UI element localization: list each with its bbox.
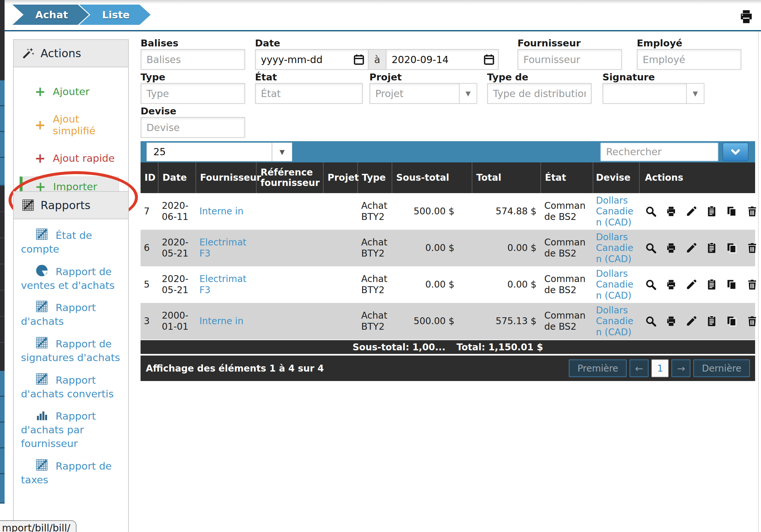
col-header-id[interactable]: ID bbox=[141, 162, 158, 193]
sidebar-item-label: Importer bbox=[53, 181, 97, 192]
employe-label: Employé bbox=[637, 38, 741, 49]
pagination-prev-button[interactable]: ← bbox=[630, 359, 649, 377]
filter-devise: Devise bbox=[141, 106, 245, 138]
col-header-total[interactable]: Total bbox=[472, 162, 541, 193]
cell-actions bbox=[640, 279, 755, 291]
signature-select[interactable]: ▼ bbox=[603, 83, 704, 104]
devise-link[interactable]: Dollars Canadien (CAD) bbox=[596, 268, 633, 301]
status-url-tooltip: mport/bill/bill/ bbox=[0, 520, 77, 532]
date-to-input[interactable] bbox=[386, 49, 499, 70]
cell-etat: Commande BS2 bbox=[541, 237, 593, 259]
balises-input[interactable] bbox=[141, 49, 245, 70]
search-input[interactable] bbox=[600, 142, 719, 161]
edit-icon[interactable] bbox=[685, 279, 697, 291]
date-from-input[interactable] bbox=[255, 49, 369, 70]
breadcrumb-liste[interactable]: Liste bbox=[79, 5, 151, 25]
fournisseur-link[interactable]: Electrimat F3 bbox=[200, 237, 247, 259]
sidebar-item-etat-de-compte[interactable]: État de compte bbox=[21, 228, 122, 256]
pagination-next-button[interactable]: → bbox=[672, 359, 690, 377]
sidebar-item-rapport-achats-fournisseur[interactable]: Rapport d'achats par fournisseur bbox=[21, 408, 122, 451]
print-icon[interactable] bbox=[665, 279, 677, 291]
edit-icon[interactable] bbox=[685, 242, 697, 254]
fournisseur-link[interactable]: Interne in bbox=[200, 206, 244, 217]
print-page-button[interactable] bbox=[738, 9, 756, 26]
summary-total: Total: 1,150.01 $ bbox=[457, 342, 543, 352]
col-header-type[interactable]: Type bbox=[358, 162, 392, 193]
sidebar-item-rapport-achats[interactable]: Rapport d'achats bbox=[21, 300, 122, 328]
pagination-first-button[interactable]: Première bbox=[569, 359, 627, 377]
breadcrumb-achat[interactable]: Achat bbox=[12, 5, 89, 25]
col-header-sous-total[interactable]: Sous-total bbox=[392, 162, 472, 193]
table-info-text: Affichage des éléments 1 à 4 sur 4 bbox=[146, 363, 324, 374]
pagination-last-button[interactable]: Dernière bbox=[693, 359, 750, 377]
search-options-button[interactable] bbox=[723, 142, 749, 161]
filter-employe: Employé bbox=[637, 38, 741, 70]
devise-link[interactable]: Dollars Canadien (CAD) bbox=[596, 232, 633, 264]
filter-projet: Projet Projet ▼ bbox=[369, 72, 477, 104]
edit-icon[interactable] bbox=[685, 315, 697, 327]
col-header-devise[interactable]: Devise bbox=[593, 162, 640, 193]
cell-etat: Commande BS2 bbox=[541, 310, 593, 332]
devise-link[interactable]: Dollars Canadien (CAD) bbox=[596, 305, 633, 338]
filter-form: Balises Date à Fournisseur Employ bbox=[141, 38, 757, 142]
duplicate-icon[interactable] bbox=[726, 205, 738, 217]
pagination-current-page[interactable]: 1 bbox=[652, 359, 669, 377]
projet-select[interactable]: Projet ▼ bbox=[369, 83, 477, 104]
print-icon[interactable] bbox=[665, 205, 677, 217]
sidebar-item-ajouter[interactable]: + Ajouter bbox=[20, 82, 119, 101]
filter-etat: État bbox=[255, 72, 363, 104]
clipboard-icon[interactable] bbox=[706, 205, 718, 217]
sidebar-item-rapport-signatures[interactable]: Rapport de signatures d'achats bbox=[21, 336, 122, 365]
page-size-value: 25 bbox=[147, 146, 272, 157]
duplicate-icon[interactable] bbox=[726, 242, 738, 254]
fournisseur-link[interactable]: Interne in bbox=[200, 316, 244, 327]
print-icon[interactable] bbox=[665, 315, 677, 327]
delete-icon[interactable] bbox=[746, 205, 758, 217]
date-label: Date bbox=[255, 38, 500, 49]
edit-icon[interactable] bbox=[685, 205, 697, 217]
header-divider bbox=[5, 30, 761, 31]
clipboard-icon[interactable] bbox=[706, 279, 718, 291]
sidebar-item-rapport-taxes[interactable]: Rapport de taxes bbox=[21, 458, 122, 487]
cell-date: 2020-06-11 bbox=[158, 200, 196, 222]
table-summary-bar: Sous-total: 1,00... Total: 1,150.01 $ bbox=[141, 340, 755, 354]
devise-link[interactable]: Dollars Canadien (CAD) bbox=[596, 195, 633, 228]
delete-icon[interactable] bbox=[746, 279, 758, 291]
delete-icon[interactable] bbox=[746, 242, 758, 254]
fournisseur-link[interactable]: Electrimat F3 bbox=[200, 274, 247, 295]
col-header-date[interactable]: Date bbox=[158, 162, 196, 193]
etat-input[interactable] bbox=[255, 83, 363, 104]
col-header-reference[interactable]: Référence fournisseur bbox=[257, 162, 323, 193]
sidebar-item-ajout-rapide[interactable]: + Ajout rapide bbox=[20, 148, 119, 168]
cell-type: Achat BTY2 bbox=[358, 274, 392, 295]
table-row: 6 2020-05-21 Electrimat F3 Achat BTY2 0.… bbox=[141, 230, 755, 266]
sidebar-item-rapport-ventes-achats[interactable]: Rapport de ventes et d'achats bbox=[21, 264, 122, 293]
duplicate-icon[interactable] bbox=[726, 315, 738, 327]
type-input[interactable] bbox=[141, 83, 245, 104]
table-row: 5 2020-05-21 Electrimat F3 Achat BTY2 0.… bbox=[141, 266, 755, 303]
cell-actions bbox=[640, 242, 755, 254]
delete-icon[interactable] bbox=[746, 315, 758, 327]
cell-date: 2000-01-01 bbox=[158, 310, 196, 332]
view-icon[interactable] bbox=[645, 279, 657, 291]
clipboard-icon[interactable] bbox=[706, 242, 718, 254]
col-header-projet[interactable]: Projet bbox=[323, 162, 358, 193]
sidebar-item-ajout-simplifie[interactable]: + Ajout simplifié bbox=[20, 110, 119, 140]
col-header-fournisseur[interactable]: Fournisseur bbox=[196, 162, 257, 193]
fournisseur-input[interactable] bbox=[517, 49, 622, 70]
view-icon[interactable] bbox=[645, 242, 657, 254]
employe-input[interactable] bbox=[637, 49, 741, 70]
page-size-select[interactable]: 25 ▼ bbox=[146, 142, 292, 161]
clipboard-icon[interactable] bbox=[706, 315, 718, 327]
view-icon[interactable] bbox=[645, 205, 657, 217]
print-icon[interactable] bbox=[665, 242, 677, 254]
devise-input[interactable] bbox=[141, 117, 245, 138]
type-distribution-input[interactable] bbox=[487, 83, 592, 104]
page-right-border bbox=[758, 31, 759, 532]
sidebar-item-rapport-achats-convertis[interactable]: Rapport d'achats convertis bbox=[21, 373, 122, 401]
chevron-down-icon bbox=[730, 146, 741, 157]
etat-label: État bbox=[255, 72, 363, 83]
view-icon[interactable] bbox=[645, 315, 657, 327]
duplicate-icon[interactable] bbox=[726, 279, 738, 291]
col-header-etat[interactable]: État bbox=[541, 162, 593, 193]
